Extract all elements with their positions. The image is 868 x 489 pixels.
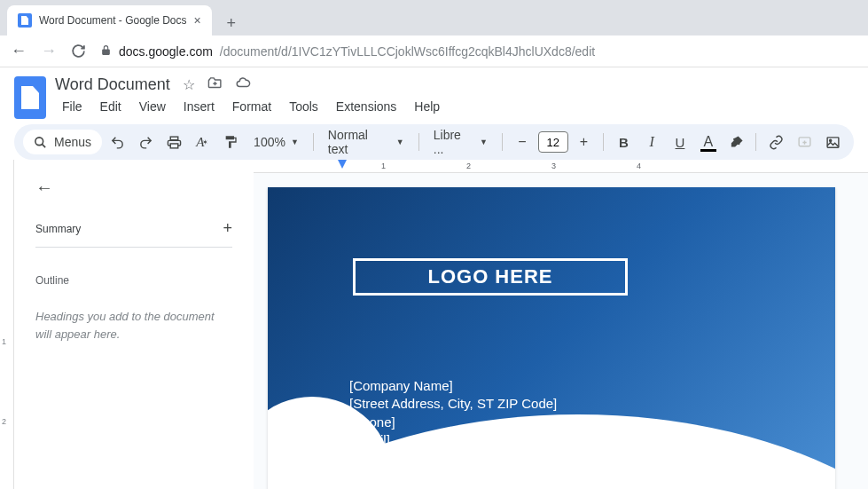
menu-file[interactable]: File xyxy=(55,96,90,117)
separator xyxy=(502,133,503,151)
toolbar: Menus A✶ 100%▼ Normal text▼ Libre ...▼ −… xyxy=(14,124,854,160)
docs-favicon xyxy=(18,13,32,28)
main-area: 1 2 ← Summary + Outline Headings you add… xyxy=(0,160,868,489)
separator xyxy=(755,133,756,151)
spellcheck-button[interactable]: A✶ xyxy=(190,130,215,154)
menu-bar: File Edit View Insert Format Tools Exten… xyxy=(55,96,854,117)
text-color-button[interactable]: A xyxy=(696,130,721,154)
svg-rect-1 xyxy=(170,137,178,140)
browser-tab[interactable]: Word Document - Google Docs × xyxy=(7,5,212,35)
menu-view[interactable]: View xyxy=(132,96,173,117)
paint-format-button[interactable] xyxy=(218,130,243,154)
new-tab-button[interactable]: + xyxy=(219,11,244,35)
svg-rect-2 xyxy=(170,143,178,147)
style-dropdown[interactable]: Normal text▼ xyxy=(321,128,411,156)
document-page[interactable]: LOGO HERE [Company Name] [Street Address… xyxy=(268,187,835,489)
underline-button[interactable]: U xyxy=(668,130,692,154)
browser-tab-strip: Word Document - Google Docs × + xyxy=(0,0,868,35)
indent-marker[interactable] xyxy=(338,160,347,169)
back-button[interactable]: ← xyxy=(11,42,27,60)
outline-hint: Headings you add to the document will ap… xyxy=(35,308,232,343)
url-host: docs.google.com xyxy=(119,44,213,59)
company-info-block[interactable]: [Company Name] [Street Address, City, ST… xyxy=(349,377,557,467)
menu-extensions[interactable]: Extensions xyxy=(329,96,403,117)
menu-format[interactable]: Format xyxy=(225,96,278,117)
canvas-area: 1 2 3 4 LOGO HERE [Company Name] [Street… xyxy=(254,160,868,489)
forward-button[interactable]: → xyxy=(41,42,57,60)
font-size-input[interactable]: 12 xyxy=(538,131,568,153)
move-icon[interactable] xyxy=(207,75,223,94)
tab-title: Word Document - Google Docs xyxy=(39,14,187,27)
phone-field: [Phone] xyxy=(349,414,557,431)
svg-point-5 xyxy=(829,139,831,141)
search-menus-label: Menus xyxy=(54,135,91,149)
separator xyxy=(313,133,314,151)
menu-edit[interactable]: Edit xyxy=(93,96,129,117)
menu-help[interactable]: Help xyxy=(407,96,447,117)
address-bar: ← → docs.google.com/document/d/1IVC1zYTi… xyxy=(0,35,868,67)
undo-button[interactable] xyxy=(106,130,130,154)
search-icon xyxy=(34,136,47,149)
reload-button[interactable] xyxy=(71,43,86,59)
separator xyxy=(418,133,419,151)
zoom-dropdown[interactable]: 100%▼ xyxy=(246,135,306,149)
vertical-ruler: 1 2 xyxy=(0,160,14,489)
url-path: /document/d/1IVC1zYTivLLLCCjoklWsc6Iffcg… xyxy=(220,44,595,59)
sidebar-back-icon[interactable]: ← xyxy=(35,177,53,198)
svg-point-0 xyxy=(35,137,43,145)
document-title[interactable]: Word Document xyxy=(55,75,170,94)
print-button[interactable] xyxy=(162,130,187,154)
company-name-field: [Company Name] xyxy=(349,377,557,395)
italic-button[interactable]: I xyxy=(639,130,664,154)
redo-button[interactable] xyxy=(134,130,159,154)
font-dropdown[interactable]: Libre ...▼ xyxy=(426,128,495,156)
docs-header: Word Document ☆ File Edit View Insert Fo… xyxy=(0,67,868,119)
address-field: [Street Address, City, ST ZIP Code] xyxy=(349,395,557,413)
url-display[interactable]: docs.google.com/document/d/1IVC1zYTivLLL… xyxy=(100,44,595,59)
menu-tools[interactable]: Tools xyxy=(282,96,325,117)
cloud-icon[interactable] xyxy=(235,75,251,94)
search-menus[interactable]: Menus xyxy=(23,130,102,154)
image-button[interactable] xyxy=(820,130,845,154)
logo-placeholder[interactable]: LOGO HERE xyxy=(353,258,628,296)
close-tab-icon[interactable]: × xyxy=(194,13,201,28)
summary-label: Summary xyxy=(35,223,81,235)
menu-insert[interactable]: Insert xyxy=(176,96,222,117)
website-field: [Website] xyxy=(349,449,557,467)
separator xyxy=(603,133,604,151)
comment-button[interactable] xyxy=(792,130,817,154)
outline-sidebar: ← Summary + Outline Headings you add to … xyxy=(14,160,254,489)
decrease-font-button[interactable]: − xyxy=(510,130,535,154)
lock-icon xyxy=(100,44,112,59)
email-field: [Email] xyxy=(349,431,557,449)
bold-button[interactable]: B xyxy=(611,130,636,154)
add-summary-button[interactable]: + xyxy=(223,219,232,238)
star-icon[interactable]: ☆ xyxy=(183,76,195,93)
horizontal-ruler: 1 2 3 4 xyxy=(254,160,868,173)
highlight-button[interactable] xyxy=(724,130,749,154)
docs-logo-icon[interactable] xyxy=(14,76,46,119)
outline-label: Outline xyxy=(35,274,232,287)
link-button[interactable] xyxy=(763,130,788,154)
increase-font-button[interactable]: + xyxy=(572,130,597,154)
